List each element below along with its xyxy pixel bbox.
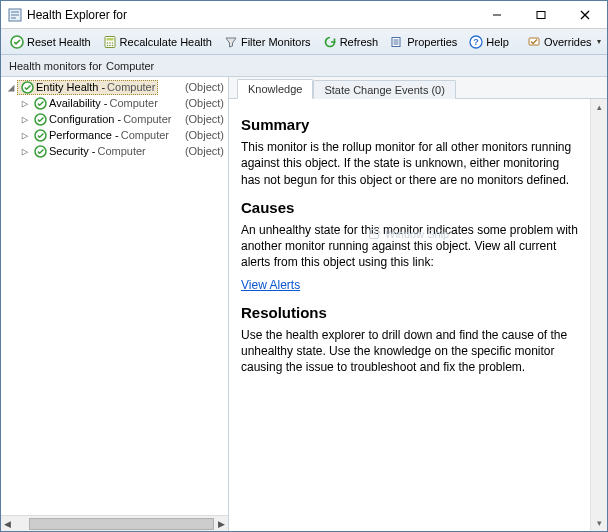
tree-node-target: Computer (121, 129, 169, 141)
svg-point-12 (109, 44, 111, 46)
svg-rect-2 (537, 12, 545, 19)
tree-node-target: Computer (107, 81, 155, 93)
tree-node-name: Performance - (49, 129, 119, 141)
heading-summary: Summary (241, 115, 578, 135)
reset-health-button[interactable]: Reset Health (5, 33, 96, 51)
context-prefix: Health monitors for (9, 60, 102, 72)
tree-row[interactable]: ▷Configuration - Computer(Object) (1, 111, 228, 127)
tab-state-change-events[interactable]: State Change Events (0) (313, 80, 455, 99)
chevron-down-icon: ▾ (597, 37, 601, 46)
tab-label: Knowledge (248, 83, 302, 95)
expand-toggle-icon[interactable]: ▷ (19, 130, 31, 141)
button-label: Help (486, 36, 509, 48)
button-label: Refresh (340, 36, 379, 48)
context-target: Computer (106, 60, 154, 72)
button-label: Recalculate Health (120, 36, 212, 48)
expand-toggle-icon[interactable]: ▷ (19, 98, 31, 109)
toolbar: Reset Health Recalculate Health Filter M… (1, 29, 607, 55)
tree-node-label-box: Entity Health - Computer (17, 80, 158, 95)
close-button[interactable] (563, 1, 607, 29)
vertical-scrollbar[interactable]: ▴ ▾ (590, 99, 607, 531)
tree-node-label-box: Security - Computer (31, 144, 148, 159)
scroll-down-arrow[interactable]: ▾ (592, 515, 607, 531)
scroll-up-arrow[interactable]: ▴ (592, 99, 607, 115)
tree-node-label-box: Configuration - Computer (31, 112, 173, 127)
svg-point-11 (106, 44, 108, 46)
horizontal-scrollbar[interactable]: ◀ ▶ (1, 515, 228, 531)
svg-point-13 (111, 44, 113, 46)
app-icon (7, 7, 23, 23)
refresh-icon (323, 35, 337, 49)
minimize-button[interactable] (475, 1, 519, 29)
tree-row[interactable]: ▷Availability - Computer(Object) (1, 95, 228, 111)
tree-node-type: (Object) (185, 81, 224, 93)
expand-toggle-icon[interactable]: ▷ (19, 114, 31, 125)
tree-node-name: Security - (49, 145, 95, 157)
tree-panel: ◢Entity Health - Computer(Object)▷Availa… (1, 77, 229, 531)
overrides-icon (527, 35, 541, 49)
expand-toggle-icon[interactable]: ▷ (19, 146, 31, 157)
view-alerts-link[interactable]: View Alerts (241, 278, 300, 292)
content-scroll-area: Summary This monitor is the rollup monit… (229, 99, 607, 531)
button-label: Filter Monitors (241, 36, 311, 48)
button-label: Overrides (544, 36, 592, 48)
scroll-right-arrow[interactable]: ▶ (214, 517, 228, 531)
tab-label: State Change Events (0) (324, 84, 444, 96)
tree-row[interactable]: ▷Performance - Computer(Object) (1, 127, 228, 143)
context-bar: Health monitors for Computer (1, 55, 607, 77)
maximize-button[interactable] (519, 1, 563, 29)
causes-text: An unhealthy state for this monitor indi… (241, 222, 578, 271)
refresh-button[interactable]: Refresh (318, 33, 384, 51)
health-ok-icon (33, 96, 47, 110)
button-label: Reset Health (27, 36, 91, 48)
svg-point-10 (111, 42, 113, 44)
expand-toggle-icon[interactable]: ◢ (5, 82, 17, 93)
filter-monitors-button[interactable]: Filter Monitors (219, 33, 316, 51)
tree-node-type: (Object) (185, 113, 224, 125)
scroll-thumb[interactable] (29, 518, 215, 530)
tree-node-target: Computer (123, 113, 171, 125)
window-title: Health Explorer for (27, 8, 475, 22)
main-split: ◢Entity Health - Computer(Object)▷Availa… (1, 77, 607, 531)
knowledge-body: Summary This monitor is the rollup monit… (229, 99, 590, 531)
tree-node-label-box: Performance - Computer (31, 128, 171, 143)
window-root: Health Explorer for Reset Health Recal (0, 0, 608, 532)
button-label: Properties (407, 36, 457, 48)
tab-knowledge[interactable]: Knowledge (237, 79, 313, 99)
titlebar: Health Explorer for (1, 1, 607, 29)
tree-row[interactable]: ▷Security - Computer(Object) (1, 143, 228, 159)
properties-icon (390, 35, 404, 49)
health-ok-icon (20, 80, 34, 94)
tree-node-target: Computer (110, 97, 158, 109)
health-ok-icon (33, 112, 47, 126)
resolutions-text: Use the health explorer to drill down an… (241, 327, 578, 376)
svg-text:?: ? (474, 37, 480, 47)
svg-point-8 (106, 42, 108, 44)
properties-button[interactable]: Properties (385, 33, 462, 51)
tab-strip: Knowledge State Change Events (0) (229, 77, 607, 99)
overrides-button[interactable]: Overrides ▾ (522, 33, 606, 51)
funnel-icon (224, 35, 238, 49)
help-icon: ? (469, 35, 483, 49)
tree-node-type: (Object) (185, 97, 224, 109)
content-panel: Knowledge State Change Events (0) Summar… (229, 77, 607, 531)
tree-row[interactable]: ◢Entity Health - Computer(Object) (1, 79, 228, 95)
summary-text: This monitor is the rollup monitor for a… (241, 139, 578, 188)
help-button[interactable]: ? Help (464, 33, 514, 51)
heading-resolutions: Resolutions (241, 303, 578, 323)
svg-rect-7 (106, 38, 113, 41)
heading-causes: Causes (241, 198, 578, 218)
tree-node-name: Configuration - (49, 113, 121, 125)
tree-node-name: Availability - (49, 97, 108, 109)
tree-node-label-box: Availability - Computer (31, 96, 160, 111)
health-ok-icon (33, 144, 47, 158)
health-ok-icon (33, 128, 47, 142)
svg-rect-20 (529, 38, 539, 45)
tree-node-target: Computer (97, 145, 145, 157)
scroll-left-arrow[interactable]: ◀ (1, 517, 15, 531)
tree-node-type: (Object) (185, 129, 224, 141)
check-circle-icon (10, 35, 24, 49)
monitor-tree[interactable]: ◢Entity Health - Computer(Object)▷Availa… (1, 77, 228, 515)
recalculate-health-button[interactable]: Recalculate Health (98, 33, 217, 51)
svg-point-9 (109, 42, 111, 44)
